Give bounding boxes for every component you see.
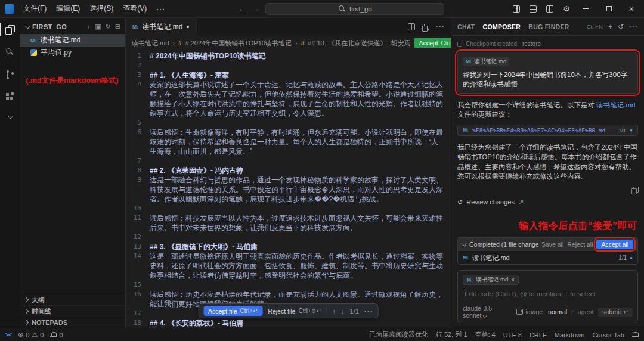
accept-all-button[interactable]: Accept all bbox=[596, 240, 633, 249]
notifications-indicator[interactable]: 0 bbox=[50, 331, 63, 339]
section-timeline[interactable]: 时间线 bbox=[20, 305, 125, 317]
source-control-icon[interactable] bbox=[0, 69, 20, 80]
code-line[interactable]: 13## 3. 《显微镜下的大明》- 马伯庸 bbox=[126, 242, 451, 252]
search-view-icon[interactable] bbox=[0, 46, 20, 58]
tab-dushubiji[interactable]: M↓ 读书笔记.md ● bbox=[126, 18, 197, 36]
menu-view[interactable]: 查看(V) bbox=[119, 2, 151, 16]
explorer-header[interactable]: FIRST_GO + ▣ ↻ ⊟ bbox=[20, 18, 125, 34]
prev-change-icon[interactable]: ↑ bbox=[333, 308, 336, 315]
code-line[interactable]: 6读后感悟：生命就像海洋，有时平静，有时汹涌，但永远充满可能。小说让我明白，即使… bbox=[126, 128, 451, 156]
code-block-pill[interactable]: M↓ %E8%AF%BB%E4%B9%A6%E7%AC%94%E8%AE%B0.… bbox=[457, 125, 638, 136]
tab-bug-finder[interactable]: BUG FINDER bbox=[528, 23, 569, 30]
changed-file-row[interactable]: M↓ 读书笔记.md 1/1 ● bbox=[458, 251, 637, 264]
chevron-down-icon[interactable] bbox=[462, 241, 466, 246]
toggle-sidebar-icon[interactable] bbox=[513, 5, 520, 13]
toggle-secondary-sidebar-icon[interactable] bbox=[546, 5, 553, 13]
menu-file[interactable]: 文件(F) bbox=[19, 2, 51, 16]
accept-button[interactable]: Accept Ctrl+Shift+Y bbox=[414, 38, 451, 48]
input-placeholder-row[interactable]: Edit code (Ctrl+I), @ to mention, ↑ to s… bbox=[463, 290, 633, 297]
input-context-chip[interactable]: M↓ 读书笔记.md × bbox=[463, 275, 519, 285]
code-line[interactable]: 14这是一部通过显微镜还原大明王朝真实面貌的历史作品。作者以考据见长，通过档案、… bbox=[126, 252, 451, 280]
collapse-all-icon[interactable]: ⊟ bbox=[115, 23, 120, 30]
code-line[interactable]: 9这是一部融合科幻与哲思的作品，通过一个发现神秘物质的科学家的故事，探讨了人类文… bbox=[126, 175, 451, 204]
attach-image-button[interactable]: image bbox=[516, 308, 543, 315]
diff-more-icon[interactable]: ··· bbox=[364, 307, 373, 315]
reject-file-button[interactable]: Reject file Ctrl+⇧↵ bbox=[268, 308, 321, 315]
split-editor-icon[interactable] bbox=[408, 23, 415, 30]
composer-input[interactable]: M↓ 读书笔记.md × Edit code (Ctrl+I), @ to me… bbox=[457, 270, 638, 323]
next-change-icon[interactable]: ↓ bbox=[341, 308, 345, 315]
model-name: claude-3.5-sonnet bbox=[463, 305, 494, 319]
nav-back-icon[interactable]: ← bbox=[238, 4, 246, 13]
code-line[interactable]: 15 bbox=[126, 280, 451, 290]
section-label: 大纲 bbox=[32, 296, 45, 305]
explorer-icon[interactable] bbox=[0, 24, 20, 35]
file-item-python[interactable]: 平均值.py bbox=[20, 46, 125, 59]
code-line[interactable]: 12 bbox=[126, 232, 451, 242]
menu-edit[interactable]: 编辑(E) bbox=[52, 2, 84, 16]
more-views-chevron-icon[interactable] bbox=[0, 114, 20, 120]
remote-icon[interactable]: >< bbox=[5, 331, 11, 338]
code-line[interactable]: 4麦家的这部长篇小说讲述了一个关于命运、记忆与救赎的故事。主人公路小路是个天才记… bbox=[126, 80, 451, 118]
code-line[interactable]: 3## 1. 《人生海海》- 麦家 bbox=[126, 70, 451, 80]
new-folder-icon[interactable]: ▣ bbox=[95, 23, 101, 30]
open-preview-icon[interactable] bbox=[422, 24, 429, 30]
command-center-search[interactable]: first_go bbox=[265, 3, 444, 15]
breadcrumb-file[interactable]: 读书笔记.md bbox=[132, 39, 169, 48]
history-icon[interactable]: ↺ bbox=[618, 23, 624, 31]
language-mode[interactable]: Markdown bbox=[555, 331, 585, 339]
menu-selection[interactable]: 选择(S) bbox=[85, 2, 117, 16]
gear-icon[interactable]: ⚙ bbox=[563, 4, 570, 13]
nav-forward-icon[interactable]: → bbox=[252, 4, 259, 13]
remove-chip-icon[interactable]: × bbox=[511, 277, 515, 283]
toggle-panel-icon[interactable] bbox=[530, 5, 537, 13]
code-line[interactable]: 18## 4. 《长安的荔枝》- 马伯庸 bbox=[126, 318, 451, 328]
refresh-icon[interactable]: ↻ bbox=[106, 23, 111, 30]
code-line[interactable]: 8## 2. 《克莱因壶》- 冯内古特 bbox=[126, 166, 451, 175]
notifications-bell-icon[interactable] bbox=[632, 331, 639, 338]
tab-chat[interactable]: CHAT bbox=[457, 23, 475, 30]
file-reference-link[interactable]: 读书笔记.md bbox=[596, 101, 635, 108]
panel-more-icon[interactable]: ··· bbox=[629, 23, 638, 31]
eol-sequence[interactable]: CRLF bbox=[530, 331, 547, 339]
code-line[interactable]: 11读后感悟：科技发展应当以人性为本，过度追求技术进步而忽视人文关怀，可能会带来… bbox=[126, 213, 451, 232]
indentation[interactable]: 空格: 4 bbox=[475, 330, 496, 339]
copy-icon[interactable] bbox=[631, 187, 638, 193]
problems-indicator[interactable]: ⊗ 0 ⚠ 0 bbox=[18, 331, 44, 339]
editor-lines[interactable]: 1# 2024年中国畅销书TOP10读书笔记23## 1. 《人生海海》- 麦家… bbox=[126, 50, 451, 328]
code-line[interactable]: 2 bbox=[126, 61, 451, 70]
code-line[interactable]: 7 bbox=[126, 156, 451, 166]
model-selector[interactable]: claude-3.5-sonnet bbox=[463, 305, 511, 319]
cursor-tab-status[interactable]: Cursor Tab bbox=[592, 331, 624, 339]
maximize-button[interactable] bbox=[602, 2, 615, 16]
minimize-button[interactable] bbox=[580, 2, 593, 16]
breadcrumb-h2[interactable]: ## 10. 《我在北京送快递》- 胡安焉 bbox=[308, 39, 410, 48]
code-line[interactable]: 1# 2024年中国畅销书TOP10读书笔记 bbox=[126, 51, 451, 61]
new-file-icon[interactable]: + bbox=[87, 23, 91, 30]
breadcrumb-h1[interactable]: # 2024年中国畅销书TOP10读书笔记 bbox=[185, 39, 292, 48]
close-button[interactable]: × bbox=[625, 2, 638, 16]
accept-file-button[interactable]: Accept file Ctrl+↵ bbox=[203, 306, 262, 316]
extensions-icon[interactable] bbox=[0, 92, 20, 103]
mode-normal[interactable]: normal bbox=[548, 308, 567, 315]
bell-icon bbox=[50, 331, 57, 338]
section-outline[interactable]: 大纲 bbox=[20, 294, 125, 305]
mode-agent[interactable]: agent bbox=[578, 308, 593, 315]
menu-overflow-icon[interactable]: ··· bbox=[152, 3, 169, 15]
review-changes-button[interactable]: ↺ Review changes ↗ bbox=[457, 199, 638, 206]
section-notepads[interactable]: NOTEPADS bbox=[20, 317, 125, 328]
file-item-markdown[interactable]: M↓ 读书笔记.md bbox=[20, 34, 125, 46]
encoding[interactable]: UTF-8 bbox=[503, 331, 522, 339]
context-chip[interactable]: M↓ 读书笔记.md bbox=[463, 57, 509, 66]
restore-link[interactable]: restore bbox=[522, 41, 541, 47]
submit-button[interactable]: submit ↵ bbox=[598, 308, 633, 317]
cursor-position[interactable]: 行 52, 列 1 bbox=[436, 330, 467, 339]
tab-composer[interactable]: COMPOSER bbox=[483, 23, 521, 30]
screen-reader-status[interactable]: 已为屏幕阅读器优化 bbox=[369, 330, 428, 339]
new-composer-icon[interactable]: + bbox=[608, 23, 612, 31]
code-line[interactable]: 10 bbox=[126, 204, 451, 213]
code-line[interactable]: 5 bbox=[126, 118, 451, 128]
save-all-button[interactable]: Save all bbox=[541, 241, 564, 248]
editor-more-actions-icon[interactable]: ··· bbox=[436, 23, 445, 31]
reject-all-button[interactable]: Reject all bbox=[567, 241, 593, 248]
